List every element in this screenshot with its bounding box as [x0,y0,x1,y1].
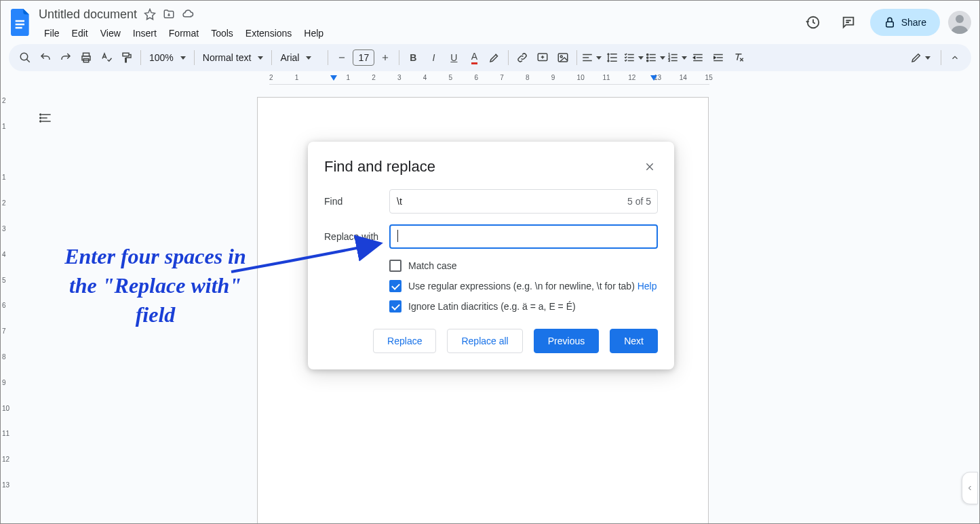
dialog-title: Find and replace [324,158,435,176]
close-icon[interactable] [642,159,658,175]
diacritics-checkbox[interactable] [389,300,401,313]
regex-help-link[interactable]: Help [638,281,657,291]
cloud-status-icon[interactable] [182,8,194,20]
text-color-icon[interactable]: A [465,48,484,67]
svg-point-16 [40,114,41,115]
italic-icon[interactable]: I [424,48,443,67]
outline-toggle-icon[interactable] [36,108,56,128]
increase-indent-icon[interactable] [709,48,728,67]
insert-link-icon[interactable] [513,48,532,67]
svg-point-2 [20,53,28,60]
svg-point-10 [647,54,648,55]
collapse-toolbar-icon[interactable] [945,48,964,67]
undo-icon[interactable] [36,48,55,67]
menu-help[interactable]: Help [298,25,329,41]
show-side-panel-icon[interactable] [962,472,978,504]
redo-icon[interactable] [56,48,75,67]
insert-image-icon[interactable] [553,48,572,67]
find-count: 5 of 5 [627,196,651,207]
lock-icon [884,16,896,28]
svg-rect-6 [123,53,129,56]
decrease-indent-icon[interactable] [688,48,707,67]
underline-icon[interactable]: U [444,48,463,67]
bullet-list-icon[interactable] [645,48,665,67]
paint-format-icon[interactable] [117,48,136,67]
spellcheck-icon[interactable] [97,48,116,67]
replace-button[interactable]: Replace [373,329,436,353]
match-case-checkbox[interactable] [389,260,401,272]
line-spacing-icon[interactable] [603,48,622,67]
toolbar: 100% Normal text Arial 17 B I U A 123 [9,44,971,71]
user-avatar[interactable] [948,11,971,34]
regex-label: Use regular expressions (e.g. \n for new… [408,281,657,291]
menu-tools[interactable]: Tools [205,25,239,41]
svg-rect-0 [886,22,893,27]
chevron-down-icon [638,56,644,60]
font-combo[interactable]: Arial [276,52,324,63]
next-button[interactable]: Next [610,329,658,353]
menu-edit[interactable]: Edit [66,25,94,41]
history-icon[interactable] [800,9,827,36]
title-area: Untitled document File Edit View Insert … [39,6,800,41]
menu-insert[interactable]: Insert [128,25,162,41]
horizontal-ruler[interactable]: 21123456789101112131415 [14,74,979,85]
decrease-font-icon[interactable] [332,48,351,67]
match-case-label: Match case [408,260,457,271]
svg-point-18 [40,121,41,122]
toolbar-container: 100% Normal text Arial 17 B I U A 123 [1,44,979,71]
chevron-down-icon [596,56,602,60]
font-size-input[interactable]: 17 [353,49,374,66]
header-right: Share [800,6,971,36]
replace-input[interactable] [389,224,658,249]
checklist-icon[interactable] [623,48,644,67]
paragraph-style-combo[interactable]: Normal text [199,52,268,63]
comments-icon[interactable] [835,9,862,36]
menu-format[interactable]: Format [163,25,204,41]
numbered-list-icon[interactable]: 123 [667,48,687,67]
svg-point-9 [561,56,563,58]
chevron-down-icon [258,56,263,60]
replace-all-button[interactable]: Replace all [447,329,522,353]
menu-extensions[interactable]: Extensions [240,25,297,41]
chevron-down-icon [180,56,186,60]
document-title[interactable]: Untitled document [39,7,137,22]
svg-rect-8 [559,54,568,62]
svg-point-17 [40,117,41,119]
search-icon[interactable] [16,48,35,67]
docs-logo-icon[interactable] [9,6,33,39]
chevron-down-icon [682,56,687,60]
text-cursor [397,230,398,242]
find-label: Find [324,196,389,207]
chevron-down-icon [925,56,930,60]
clear-formatting-icon[interactable] [729,48,748,67]
menu-view[interactable]: View [95,25,126,41]
menu-bar: File Edit View Insert Format Tools Exten… [39,25,800,41]
editing-mode-combo[interactable] [904,48,937,67]
find-replace-dialog: Find and replace Find 5 of 5 Replace wit… [308,142,674,369]
share-label: Share [901,17,926,28]
zoom-combo[interactable]: 100% [145,52,190,63]
share-button[interactable]: Share [870,9,940,36]
svg-point-11 [647,57,648,58]
increase-font-icon[interactable] [376,48,395,67]
app-header: Untitled document File Edit View Insert … [1,1,979,44]
previous-button[interactable]: Previous [534,329,599,353]
align-icon[interactable] [581,48,602,67]
bold-icon[interactable]: B [404,48,423,67]
print-icon[interactable] [77,48,96,67]
vertical-ruler[interactable]: 2112345678910111213 [1,87,14,523]
svg-point-1 [956,15,964,23]
replace-label: Replace with [324,231,389,242]
annotation-text: Enter four spaces in the "Replace with" … [60,242,250,330]
menu-file[interactable]: File [39,25,65,41]
chevron-down-icon [306,56,311,60]
move-folder-icon[interactable] [163,8,175,20]
svg-point-12 [647,60,648,61]
highlight-icon[interactable] [485,48,504,67]
add-comment-icon[interactable] [533,48,552,67]
svg-text:3: 3 [669,58,671,62]
find-input[interactable] [389,189,658,214]
chevron-down-icon [660,56,665,60]
star-icon[interactable] [144,8,156,20]
regex-checkbox[interactable] [389,280,401,292]
